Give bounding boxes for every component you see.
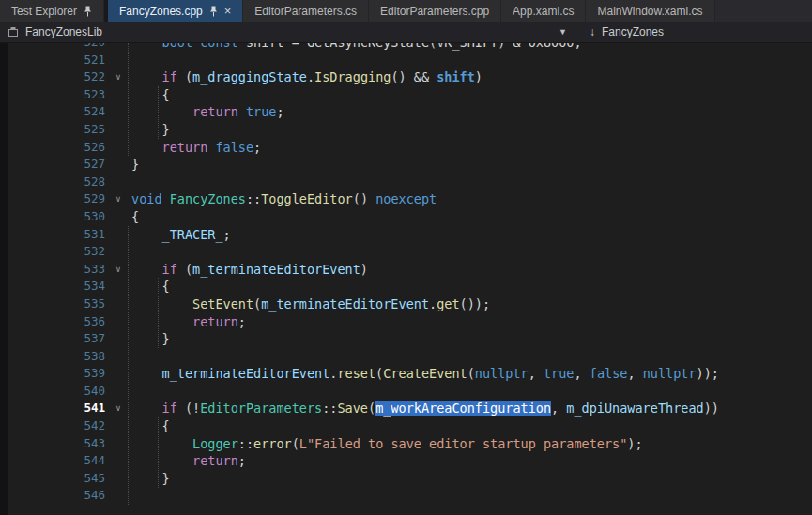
fold-chevron-icon[interactable]: ∨	[111, 261, 126, 279]
code-line-525[interactable]: 525 }	[8, 121, 812, 139]
code-line-526[interactable]: 526 return false;	[8, 139, 812, 157]
line-number[interactable]: 532	[8, 243, 111, 261]
code-text: if (m_terminateEditorEvent)	[126, 261, 368, 279]
code-text: bool const shift = GetAsyncKeyState(VK_S…	[126, 43, 582, 52]
pin-icon[interactable]	[84, 6, 92, 17]
code-line-542[interactable]: 542 {	[8, 417, 812, 435]
code-line-537[interactable]: 537 }	[8, 330, 812, 348]
code-text	[126, 487, 131, 505]
line-number[interactable]: 527	[8, 156, 111, 174]
code-line-533[interactable]: 533∨ if (m_terminateEditorEvent)	[8, 261, 812, 279]
fold-chevron-icon[interactable]: ∨	[111, 190, 126, 208]
tab-test-explorer[interactable]: Test Explorer	[0, 0, 104, 22]
code-line-541[interactable]: 541∨ if (!EditorParameters::Save(m_workA…	[8, 400, 812, 417]
code-text: return true;	[126, 103, 284, 121]
fold-chevron-icon[interactable]: ∨	[111, 400, 126, 417]
tab-bar: Test Explorer FancyZones.cpp×EditorParam…	[0, 0, 812, 22]
line-number[interactable]: 546	[8, 487, 111, 505]
line-number[interactable]: 539	[8, 365, 111, 383]
line-number[interactable]: 528	[8, 174, 111, 191]
code-area[interactable]: 520 bool const shift = GetAsyncKeyState(…	[8, 43, 812, 515]
line-number[interactable]: 522	[8, 68, 111, 86]
fold-margin	[111, 226, 126, 244]
code-line-544[interactable]: 544 return;	[8, 452, 812, 470]
code-line-527[interactable]: 527}	[8, 156, 812, 174]
chevron-down-icon[interactable]: ▼	[559, 27, 567, 37]
code-text: {	[126, 417, 170, 435]
line-number[interactable]: 542	[8, 417, 111, 435]
code-text: }	[126, 470, 170, 488]
project-icon	[8, 26, 19, 38]
line-number[interactable]: 523	[8, 86, 111, 104]
line-number[interactable]: 541	[8, 400, 111, 417]
line-number[interactable]: 538	[8, 348, 111, 366]
code-line-532[interactable]: 532	[8, 243, 812, 261]
code-line-539[interactable]: 539 m_terminateEditorEvent.reset(CreateE…	[8, 365, 812, 383]
code-line-520[interactable]: 520 bool const shift = GetAsyncKeyState(…	[8, 43, 812, 52]
fold-margin	[111, 365, 126, 383]
code-line-545[interactable]: 545 }	[8, 470, 812, 488]
code-line-521[interactable]: 521	[8, 52, 812, 69]
line-number[interactable]: 529	[8, 190, 111, 208]
line-number[interactable]: 535	[8, 295, 111, 313]
fold-margin	[111, 417, 126, 435]
code-line-529[interactable]: 529∨void FancyZones::ToggleEditor() noex…	[8, 190, 812, 208]
code-text: Logger::error(L"Failed to save editor st…	[126, 435, 643, 453]
code-line-531[interactable]: 531 _TRACER_;	[8, 226, 812, 244]
fold-margin	[111, 487, 126, 505]
tab-EditorParameters.cs[interactable]: EditorParameters.cs	[243, 0, 369, 22]
tab-MainWindow.xaml.cs[interactable]: MainWindow.xaml.cs	[586, 0, 714, 22]
tab-App.xaml.cs[interactable]: App.xaml.cs	[501, 0, 586, 22]
fold-margin	[111, 348, 126, 366]
code-text: }	[126, 156, 139, 174]
fold-margin	[111, 52, 126, 69]
line-number[interactable]: 545	[8, 470, 111, 488]
code-text	[126, 52, 131, 69]
line-number[interactable]: 531	[8, 226, 111, 244]
code-line-530[interactable]: 530{	[8, 208, 812, 226]
fold-margin	[111, 156, 126, 174]
project-dropdown[interactable]: FancyZonesLib ▼	[0, 22, 575, 42]
code-line-543[interactable]: 543 Logger::error(L"Failed to save edito…	[8, 435, 812, 453]
line-number[interactable]: 524	[8, 103, 111, 121]
code-line-524[interactable]: 524 return true;	[8, 103, 812, 121]
line-number[interactable]: 533	[8, 261, 111, 279]
line-number[interactable]: 521	[8, 52, 111, 69]
code-line-536[interactable]: 536 return;	[8, 313, 812, 331]
tab-label: FancyZones.cpp	[119, 5, 203, 18]
line-number[interactable]: 520	[8, 43, 111, 52]
code-line-535[interactable]: 535 SetEvent(m_terminateEditorEvent.get(…	[8, 295, 812, 313]
code-text: m_terminateEditorEvent.reset(CreateEvent…	[126, 365, 719, 383]
fold-margin	[111, 452, 126, 470]
line-number[interactable]: 540	[8, 383, 111, 401]
line-number[interactable]: 543	[8, 435, 111, 453]
tab-label: MainWindow.xaml.cs	[597, 5, 702, 18]
code-text: {	[126, 86, 170, 104]
line-number[interactable]: 534	[8, 278, 111, 295]
tab-FancyZones.cpp[interactable]: FancyZones.cpp×	[108, 0, 243, 22]
line-number[interactable]: 544	[8, 452, 111, 470]
close-icon[interactable]: ×	[224, 5, 232, 17]
line-number[interactable]: 526	[8, 139, 111, 157]
fold-margin	[111, 86, 126, 104]
code-line-546[interactable]: 546	[8, 487, 812, 505]
code-line-538[interactable]: 538	[8, 348, 812, 366]
fold-chevron-icon[interactable]: ∨	[111, 68, 126, 86]
code-line-523[interactable]: 523 {	[8, 86, 812, 104]
line-number[interactable]: 537	[8, 330, 111, 348]
code-line-528[interactable]: 528	[8, 174, 812, 191]
code-text: {	[126, 208, 139, 226]
line-number[interactable]: 536	[8, 313, 111, 331]
code-text: if (!EditorParameters::Save(m_workAreaCo…	[126, 400, 719, 417]
code-line-522[interactable]: 522∨ if (m_draggingState.IsDragging() &&…	[8, 68, 812, 86]
line-number[interactable]: 530	[8, 208, 111, 226]
pin-icon[interactable]	[209, 6, 218, 17]
selected-token[interactable]: m_workAreaConfiguration	[375, 401, 551, 416]
tab-EditorParameters.cpp[interactable]: EditorParameters.cpp	[369, 0, 501, 22]
fold-margin	[111, 470, 126, 488]
project-name: FancyZonesLib	[25, 25, 102, 38]
member-dropdown[interactable]: ↓ FancyZones	[575, 22, 664, 42]
line-number[interactable]: 525	[8, 121, 111, 139]
code-line-540[interactable]: 540	[8, 383, 812, 401]
code-line-534[interactable]: 534 {	[8, 278, 812, 295]
